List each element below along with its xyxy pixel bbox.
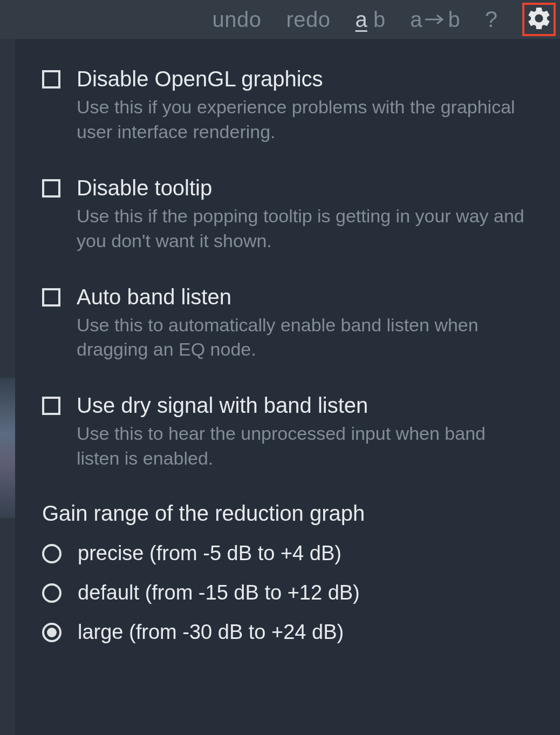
option-title: Disable OpenGL graphics bbox=[77, 66, 533, 92]
option-title: Auto band listen bbox=[77, 284, 533, 310]
ab-b-label: b bbox=[373, 8, 385, 31]
option-text: Disable tooltip Use this if the popping … bbox=[77, 175, 533, 254]
help-button[interactable]: ? bbox=[485, 6, 497, 32]
radio-label: default (from -15 dB to +12 dB) bbox=[78, 581, 360, 604]
arrow-right-icon bbox=[424, 13, 446, 26]
option-text: Use dry signal with band listen Use this… bbox=[77, 392, 533, 471]
radio-gain-large[interactable] bbox=[42, 623, 62, 642]
redo-button[interactable]: redo bbox=[286, 8, 330, 32]
option-description: Use this if you experience problems with… bbox=[77, 95, 533, 145]
option-description: Use this to hear the unprocessed input w… bbox=[77, 421, 533, 471]
undo-button[interactable]: undo bbox=[212, 8, 261, 32]
left-edge-strip bbox=[0, 0, 15, 735]
option-description: Use this if the popping tooltip is getti… bbox=[77, 204, 533, 254]
option-disable-opengl: Disable OpenGL graphics Use this if you … bbox=[42, 66, 533, 145]
ab-copy-a-label: a bbox=[410, 8, 422, 32]
radio-row-precise: precise (from -5 dB to +4 dB) bbox=[42, 542, 533, 565]
option-title: Use dry signal with band listen bbox=[77, 392, 533, 418]
option-text: Disable OpenGL graphics Use this if you … bbox=[77, 66, 533, 145]
radio-label: large (from -30 dB to +24 dB) bbox=[78, 621, 344, 644]
checkbox-dry-signal-band-listen[interactable] bbox=[42, 397, 60, 415]
option-text: Auto band listen Use this to automatical… bbox=[77, 284, 533, 363]
checkbox-disable-opengl[interactable] bbox=[42, 70, 60, 89]
checkbox-auto-band-listen[interactable] bbox=[42, 288, 60, 307]
radio-row-default: default (from -15 dB to +12 dB) bbox=[42, 581, 533, 604]
settings-panel: Disable OpenGL graphics Use this if you … bbox=[15, 39, 560, 735]
option-dry-signal-band-listen: Use dry signal with band listen Use this… bbox=[42, 392, 533, 471]
ab-copy-button[interactable]: a b bbox=[410, 8, 460, 32]
gain-range-heading: Gain range of the reduction graph bbox=[42, 501, 533, 526]
option-disable-tooltip: Disable tooltip Use this if the popping … bbox=[42, 175, 533, 254]
radio-gain-precise[interactable] bbox=[42, 544, 62, 563]
radio-label: precise (from -5 dB to +4 dB) bbox=[78, 542, 342, 565]
option-title: Disable tooltip bbox=[77, 175, 533, 201]
left-edge-gradient bbox=[0, 378, 15, 518]
toolbar: undo redo a b a b ? bbox=[0, 0, 560, 39]
radio-gain-default[interactable] bbox=[42, 583, 62, 603]
radio-row-large: large (from -30 dB to +24 dB) bbox=[42, 621, 533, 644]
ab-copy-b-label: b bbox=[448, 8, 460, 32]
checkbox-disable-tooltip[interactable] bbox=[42, 179, 60, 198]
option-description: Use this to automatically enable band li… bbox=[77, 313, 533, 363]
ab-a-label: a bbox=[356, 8, 367, 31]
option-auto-band-listen: Auto band listen Use this to automatical… bbox=[42, 284, 533, 363]
ab-compare-button[interactable]: a b bbox=[356, 8, 386, 32]
gear-icon bbox=[525, 5, 552, 34]
settings-button[interactable] bbox=[522, 3, 556, 36]
